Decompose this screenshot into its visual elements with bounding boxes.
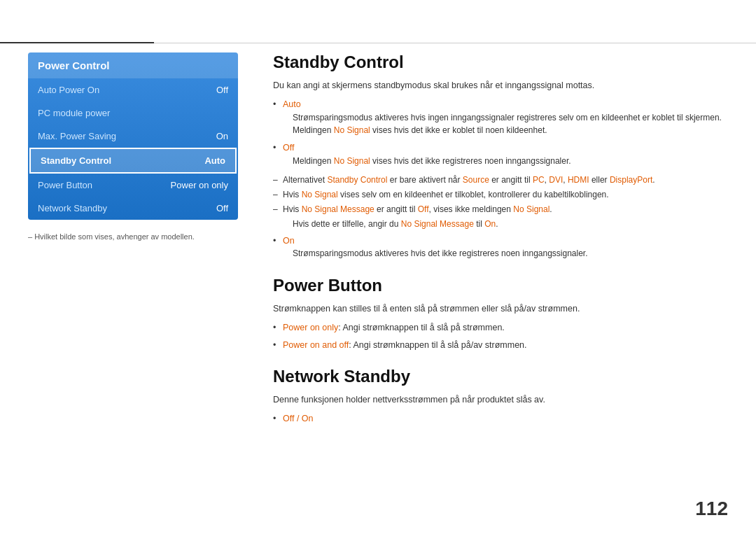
- standby-control-list: Auto Strømsparingsmodus aktiveres hvis i…: [273, 98, 728, 168]
- standby-control-title: Standby Control: [273, 52, 728, 72]
- on-label: On: [283, 236, 295, 246]
- off-sub: Meldingen No Signal vises hvis det ikke …: [283, 156, 571, 166]
- menu-item-value: On: [216, 131, 228, 141]
- menu-item-auto-power-on[interactable]: Auto Power On Off: [28, 78, 238, 101]
- menu-item-value: Auto: [204, 155, 225, 166]
- menu-item-label: Standby Control: [41, 155, 111, 166]
- menu-item-max-power[interactable]: Max. Power Saving On: [28, 125, 238, 148]
- note-2: Hvis No Signal vises selv om en kildeenh…: [273, 188, 728, 201]
- menu-item-network-standby[interactable]: Network Standby Off: [28, 197, 238, 220]
- off-label: Off: [283, 143, 294, 153]
- menu-item-standby-control[interactable]: Standby Control Auto: [29, 148, 237, 174]
- network-standby-section: Network Standby Denne funksjonen holder …: [273, 367, 728, 426]
- network-standby-intro: Denne funksjonen holder nettverksstrømme…: [273, 393, 728, 407]
- menu-item-label: Network Standby: [38, 203, 107, 213]
- power-button-section: Power Button Strømknappen kan stilles ti…: [273, 276, 728, 351]
- menu-item-value: Power on only: [171, 180, 228, 190]
- top-bar-light: [154, 43, 756, 43]
- network-standby-list: Off / On: [273, 412, 728, 426]
- list-item-on: On Strømsparingsmodus aktiveres hvis det…: [273, 234, 728, 261]
- note-3-sub: Hvis dette er tilfelle, angir du No Sign…: [273, 218, 728, 230]
- power-button-list: Power on only: Angi strømknappen til å s…: [273, 321, 728, 352]
- footnote: – Hvilket bilde som vises, avhenger av m…: [28, 232, 238, 241]
- auto-sub2: Meldingen No Signal vises hvis det ikke …: [283, 125, 547, 135]
- note-1: Alternativet Standby Control er bare akt…: [273, 174, 728, 186]
- list-item-auto: Auto Strømsparingsmodus aktiveres hvis i…: [273, 98, 728, 137]
- note-3: Hvis No Signal Message er angitt til Off…: [273, 203, 728, 216]
- auto-label: Auto: [283, 99, 301, 109]
- auto-sub1: Strømsparingsmodus aktiveres hvis ingen …: [283, 113, 722, 122]
- menu-item-value: Off: [216, 85, 228, 95]
- menu-item-label: Max. Power Saving: [38, 131, 116, 141]
- on-sub: Strømsparingsmodus aktiveres hvis det ik…: [283, 248, 588, 258]
- menu-item-label: Auto Power On: [38, 85, 99, 95]
- top-bar-dark: [0, 42, 154, 43]
- list-item-power-on-only: Power on only: Angi strømknappen til å s…: [273, 321, 728, 335]
- list-item-off-on: Off / On: [273, 412, 728, 426]
- menu-item-pc-module[interactable]: PC module power: [28, 101, 238, 125]
- power-on-off-label: Power on and off: [283, 340, 349, 350]
- page-number: 112: [695, 498, 728, 520]
- list-item-power-on-off: Power on and off: Angi strømknappen til …: [273, 339, 728, 352]
- menu-title: Power Control: [28, 52, 238, 78]
- menu-box: Power Control Auto Power On Off PC modul…: [28, 52, 238, 220]
- menu-item-label: PC module power: [38, 108, 110, 118]
- right-content: Standby Control Du kan angi at skjermens…: [273, 52, 728, 431]
- list-item-off: Off Meldingen No Signal vises hvis det i…: [273, 141, 728, 168]
- standby-on-list: On Strømsparingsmodus aktiveres hvis det…: [273, 234, 728, 261]
- off-on-label: Off / On: [283, 414, 314, 423]
- left-panel: Power Control Auto Power On Off PC modul…: [28, 52, 238, 241]
- power-button-title: Power Button: [273, 276, 728, 295]
- power-on-only-label: Power on only: [283, 323, 338, 332]
- menu-item-power-button[interactable]: Power Button Power on only: [28, 174, 238, 197]
- power-button-intro: Strømknappen kan stilles til å enten slå…: [273, 302, 728, 316]
- standby-control-section: Standby Control Du kan angi at skjermens…: [273, 52, 728, 260]
- standby-control-intro: Du kan angi at skjermens standbymodus sk…: [273, 79, 728, 92]
- top-bar: [0, 42, 756, 43]
- network-standby-title: Network Standby: [273, 367, 728, 386]
- menu-item-label: Power Button: [38, 180, 92, 190]
- menu-item-value: Off: [216, 203, 228, 213]
